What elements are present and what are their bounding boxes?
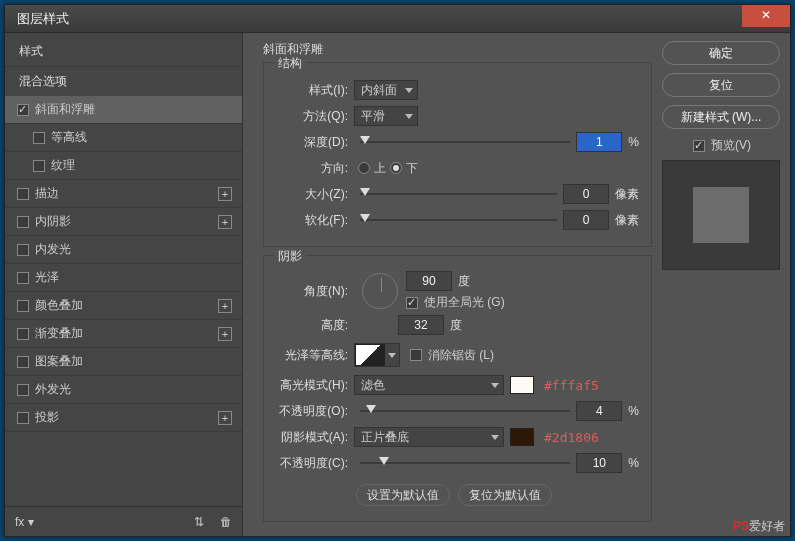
preview-checkbox[interactable] [693,140,705,152]
parameters-panel: 斜面和浮雕 结构 样式(I): 内斜面 方法(Q): 平滑 深度(D [263,41,652,528]
shadow-opacity-label: 不透明度(C): [276,455,354,472]
new-style-button[interactable]: 新建样式 (W)... [662,105,780,129]
add-effect-icon[interactable]: + [218,215,232,229]
window-title: 图层样式 [17,10,69,28]
ok-button[interactable]: 确定 [662,41,780,65]
direction-down-label: 下 [406,160,418,177]
close-button[interactable]: ✕ [742,5,790,27]
shadow-mode-select[interactable]: 正片叠底 [354,427,504,447]
sidebar-footer: fx ▾ ⇅ 🗑 [5,506,242,536]
cancel-button[interactable]: 复位 [662,73,780,97]
depth-input[interactable] [576,132,622,152]
structure-group: 结构 样式(I): 内斜面 方法(Q): 平滑 深度(D): [263,62,652,247]
style-select[interactable]: 内斜面 [354,80,418,100]
size-input[interactable] [563,184,609,204]
soften-slider[interactable] [360,217,557,223]
highlight-color-swatch[interactable] [510,376,534,394]
sidebar-item-label: 图案叠加 [35,353,83,370]
sidebar-item-7[interactable]: 颜色叠加+ [5,291,242,319]
set-default-button[interactable]: 设置为默认值 [356,484,450,506]
depth-label: 深度(D): [276,134,354,151]
sidebar-item-2[interactable]: 纹理 [5,151,242,179]
soften-input[interactable] [563,210,609,230]
sidebar-item-3[interactable]: 描边+ [5,179,242,207]
fx-menu-icon[interactable]: fx ▾ [15,515,34,529]
sidebar-checkbox[interactable] [17,328,29,340]
chevron-down-icon [491,383,499,388]
up-down-icon[interactable]: ⇅ [194,515,204,529]
panel-title: 斜面和浮雕 [263,41,652,58]
soften-unit: 像素 [615,212,639,229]
dialog-buttons: 确定 复位 新建样式 (W)... 预览(V) [652,41,782,528]
watermark-right: PS爱好者 [733,516,785,535]
sidebar-checkbox[interactable] [17,244,29,256]
highlight-opacity-slider[interactable] [360,408,570,414]
add-effect-icon[interactable]: + [218,299,232,313]
highlight-opacity-unit: % [628,404,639,418]
size-slider[interactable] [360,191,557,197]
shadow-color-note: #2d1806 [544,430,599,445]
chevron-down-icon [405,88,413,93]
trash-icon[interactable]: 🗑 [220,515,232,529]
shadow-opacity-input[interactable] [576,453,622,473]
sidebar-checkbox[interactable] [33,160,45,172]
direction-up-label: 上 [374,160,386,177]
angle-label: 角度(N): [276,283,354,300]
sidebar-header-blend[interactable]: 混合选项 [5,66,242,96]
shading-group: 阴影 角度(N): 度 [263,255,652,522]
angle-dial[interactable] [362,273,398,309]
add-effect-icon[interactable]: + [218,411,232,425]
gloss-contour-label: 光泽等高线: [276,347,354,364]
add-effect-icon[interactable]: + [218,327,232,341]
shadow-mode-label: 阴影模式(A): [276,429,354,446]
direction-up-radio[interactable] [358,162,370,174]
sidebar-checkbox[interactable] [17,412,29,424]
size-label: 大小(Z): [276,186,354,203]
sidebar-header-styles[interactable]: 样式 [5,37,242,66]
gloss-contour-picker[interactable] [354,343,400,367]
sidebar-item-4[interactable]: 内阴影+ [5,207,242,235]
sidebar-item-label: 投影 [35,409,59,426]
sidebar-item-1[interactable]: 等高线 [5,123,242,151]
sidebar-item-label: 斜面和浮雕 [35,101,95,118]
highlight-opacity-label: 不透明度(O): [276,403,354,420]
sidebar-checkbox[interactable] [17,188,29,200]
angle-unit: 度 [458,273,470,290]
direction-down-radio[interactable] [390,162,402,174]
altitude-input[interactable] [398,315,444,335]
sidebar-item-11[interactable]: 投影+ [5,403,242,432]
sidebar-item-label: 纹理 [51,157,75,174]
shadow-color-swatch[interactable] [510,428,534,446]
method-select[interactable]: 平滑 [354,106,418,126]
reset-default-button[interactable]: 复位为默认值 [458,484,552,506]
add-effect-icon[interactable]: + [218,187,232,201]
sidebar-checkbox[interactable] [17,272,29,284]
sidebar-item-8[interactable]: 渐变叠加+ [5,319,242,347]
sidebar-item-label: 颜色叠加 [35,297,83,314]
sidebar-checkbox[interactable] [33,132,45,144]
antialias-label: 消除锯齿 (L) [428,347,494,364]
angle-input[interactable] [406,271,452,291]
sidebar-item-6[interactable]: 光泽 [5,263,242,291]
styles-sidebar: 样式 混合选项 斜面和浮雕等高线纹理描边+内阴影+内发光光泽颜色叠加+渐变叠加+… [5,33,243,536]
sidebar-checkbox[interactable] [17,216,29,228]
sidebar-checkbox[interactable] [17,384,29,396]
sidebar-item-10[interactable]: 外发光 [5,375,242,403]
sidebar-checkbox[interactable] [17,356,29,368]
method-label: 方法(Q): [276,108,354,125]
shadow-opacity-slider[interactable] [360,460,570,466]
sidebar-item-9[interactable]: 图案叠加 [5,347,242,375]
sidebar-checkbox[interactable] [17,300,29,312]
highlight-opacity-input[interactable] [576,401,622,421]
global-light-checkbox[interactable] [406,297,418,309]
antialias-checkbox[interactable] [410,349,422,361]
sidebar-item-5[interactable]: 内发光 [5,235,242,263]
sidebar-item-0[interactable]: 斜面和浮雕 [5,96,242,123]
sidebar-item-label: 描边 [35,185,59,202]
highlight-mode-select[interactable]: 滤色 [354,375,504,395]
soften-label: 软化(F): [276,212,354,229]
titlebar[interactable]: 图层样式 ✕ [5,5,790,33]
depth-slider[interactable] [360,139,570,145]
highlight-mode-label: 高光模式(H): [276,377,354,394]
sidebar-checkbox[interactable] [17,104,29,116]
